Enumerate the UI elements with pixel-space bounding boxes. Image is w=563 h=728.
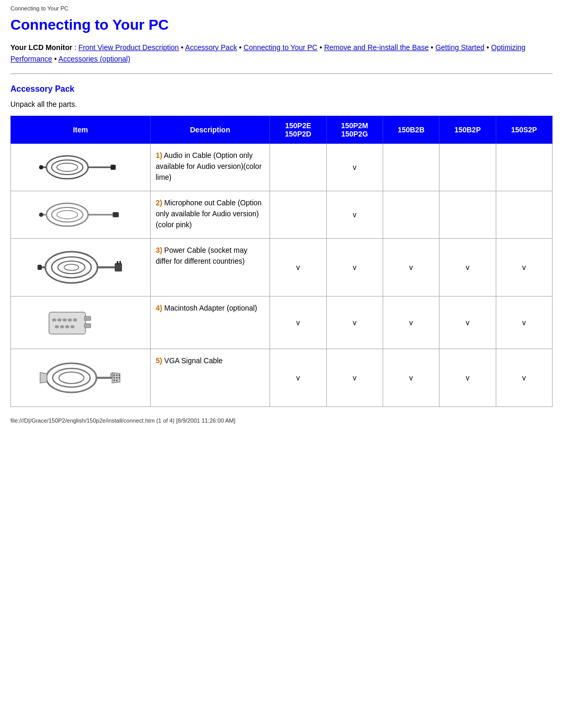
nav-link-front-view[interactable]: Front View Product Description [78,43,179,52]
svg-point-29 [52,318,56,322]
svg-point-18 [58,261,85,274]
svg-point-13 [114,213,118,217]
svg-point-38 [46,363,96,392]
cell-3-m5: v [496,238,552,296]
col-150s2p: 150S2P [496,116,552,143]
item-image-5 [11,349,151,406]
svg-point-15 [39,213,43,217]
cell-2-m1 [270,191,326,238]
cell-3-m1: v [270,238,326,296]
item-image-2 [11,191,151,238]
nav-link-remove-base[interactable]: Remove and Re-install the Base [324,43,429,52]
svg-rect-21 [115,263,122,272]
svg-rect-26 [49,312,85,334]
cell-4-m5: v [496,296,552,349]
svg-rect-22 [117,261,118,264]
svg-point-35 [60,325,64,328]
cell-1-m3 [383,143,439,191]
svg-marker-53 [40,373,47,383]
svg-rect-28 [84,324,91,328]
nav-links: Your LCD Monitor : Front View Product De… [10,42,553,65]
cell-5-m5: v [496,349,552,406]
item-image-4 [11,296,151,349]
nav-link-getting-started[interactable]: Getting Started [435,43,484,52]
item-desc-4: 4) Macintosh Adapter (optional) [150,296,270,349]
col-description: Description [150,116,270,143]
svg-point-33 [73,318,77,322]
cell-5-m4: v [439,349,496,406]
svg-point-40 [59,372,84,384]
svg-point-31 [63,318,67,322]
nav-prefix: Your LCD Monitor [10,43,72,52]
cell-4-m3: v [383,296,439,349]
svg-point-44 [116,374,117,376]
svg-point-39 [53,368,90,387]
nav-link-accessories[interactable]: Accessories (optional) [58,55,130,63]
svg-point-50 [116,379,117,381]
cell-5-m1: v [270,349,326,406]
nav-link-accessory[interactable]: Accessory Pack [185,43,237,52]
svg-point-2 [57,163,78,171]
svg-rect-25 [38,265,42,270]
cell-5-m3: v [383,349,439,406]
svg-point-32 [68,318,72,322]
item-desc-1: 1) Audio in Cable (Option only available… [150,143,270,191]
cell-1-m1 [270,143,326,191]
svg-point-8 [46,203,88,226]
cell-3-m3: v [383,238,439,296]
svg-point-43 [113,374,115,376]
svg-point-37 [70,325,75,328]
col-150b2b: 150B2B [383,116,439,143]
cell-2-m2: v [326,191,383,238]
svg-point-36 [65,325,69,328]
svg-point-0 [46,156,88,179]
item-image-1 [11,143,151,191]
col-150p2e: 150P2E150P2D [270,116,326,143]
item-desc-3: 3) Power Cable (socket may differ for di… [150,238,270,296]
col-150b2p: 150B2P [439,116,496,143]
svg-rect-51 [111,373,113,377]
cell-1-m5 [496,143,552,191]
svg-point-49 [113,379,115,381]
cell-2-m3 [383,191,439,238]
table-header-row: Item Description 150P2E150P2D 150P2M150P… [11,116,553,143]
accessory-table: Item Description 150P2E150P2D 150P2M150P… [10,116,553,407]
cell-1-m2: v [326,143,383,191]
cell-4-m1: v [270,296,326,349]
section-title: Accessory Pack [10,84,553,94]
svg-point-1 [52,160,83,175]
cell-4-m4: v [439,296,496,349]
cell-1-m4 [439,143,496,191]
cell-4-m2: v [326,296,383,349]
svg-point-10 [57,211,78,219]
cell-3-m4: v [439,238,496,296]
svg-point-9 [52,207,83,222]
svg-point-47 [116,377,117,378]
svg-point-48 [118,377,120,378]
cell-2-m4 [439,191,496,238]
status-bar: file:///D|/Grace/150P2/english/150p2e/in… [10,417,553,424]
item-desc-2: 2) Microphone out Cable (Option only ava… [150,191,270,238]
page-title: Connecting to Your PC [10,17,553,33]
col-150p2m: 150P2M150P2G [326,116,383,143]
table-row: 4) Macintosh Adapter (optional) v v v v … [11,296,553,349]
svg-point-34 [55,325,59,328]
svg-rect-27 [84,316,91,320]
item-desc-5: 5) VGA Signal Cable [150,349,270,406]
intro-text: Unpack all the parts. [10,100,553,108]
svg-point-46 [113,377,115,378]
svg-rect-23 [119,261,121,264]
item-image-3 [11,238,151,296]
nav-link-connecting[interactable]: Connecting to Your PC [243,43,317,52]
table-row: 5) VGA Signal Cable v v v v v [11,349,553,406]
cell-5-m2: v [326,349,383,406]
svg-point-30 [57,318,62,322]
svg-point-7 [39,165,43,169]
table-row: 3) Power Cable (socket may differ for di… [11,238,553,296]
divider [10,73,553,74]
col-item: Item [11,116,151,143]
svg-point-5 [111,165,115,169]
svg-point-19 [64,264,79,270]
cell-2-m5 [496,191,552,238]
table-row: 2) Microphone out Cable (Option only ava… [11,191,553,238]
